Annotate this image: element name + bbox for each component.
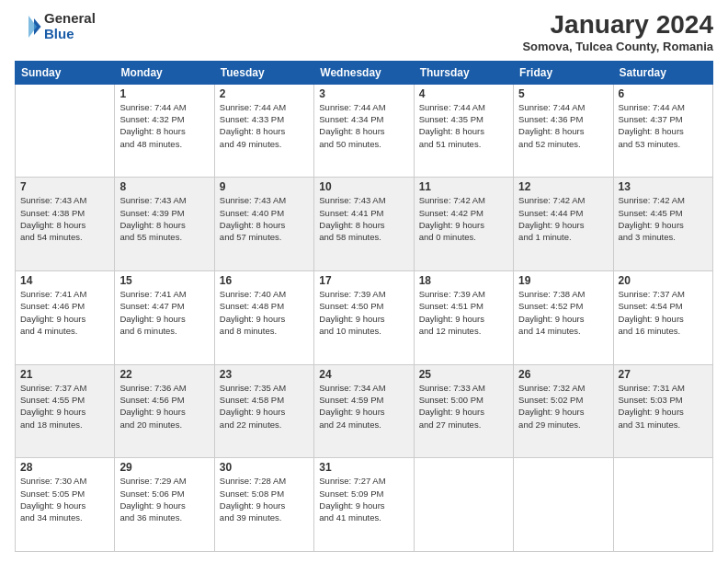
day-info: Sunrise: 7:44 AMSunset: 4:34 PMDaylight:… bbox=[319, 101, 408, 150]
day-cell: 3Sunrise: 7:44 AMSunset: 4:34 PMDaylight… bbox=[314, 84, 414, 178]
day-cell: 5Sunrise: 7:44 AMSunset: 4:36 PMDaylight… bbox=[514, 84, 613, 178]
day-cell: 16Sunrise: 7:40 AMSunset: 4:48 PMDayligh… bbox=[214, 271, 313, 365]
day-cell bbox=[16, 84, 115, 178]
day-cell: 11Sunrise: 7:42 AMSunset: 4:42 PMDayligh… bbox=[414, 178, 513, 271]
logo-icon bbox=[15, 13, 42, 40]
col-sunday: Sunday bbox=[16, 61, 115, 84]
day-number: 11 bbox=[419, 180, 508, 193]
day-number: 6 bbox=[619, 87, 708, 100]
day-info: Sunrise: 7:40 AMSunset: 4:48 PMDaylight:… bbox=[220, 288, 309, 337]
svg-marker-1 bbox=[28, 16, 37, 38]
month-year: January 2024 bbox=[522, 11, 713, 40]
day-info: Sunrise: 7:32 AMSunset: 5:02 PMDaylight:… bbox=[518, 382, 608, 431]
day-cell: 4Sunrise: 7:44 AMSunset: 4:35 PMDaylight… bbox=[414, 84, 513, 178]
week-row-4: 21Sunrise: 7:37 AMSunset: 4:55 PMDayligh… bbox=[16, 364, 713, 458]
day-cell: 13Sunrise: 7:42 AMSunset: 4:45 PMDayligh… bbox=[613, 178, 712, 271]
day-number: 28 bbox=[20, 461, 109, 474]
day-number: 13 bbox=[619, 180, 708, 193]
day-info: Sunrise: 7:35 AMSunset: 4:58 PMDaylight:… bbox=[220, 382, 309, 431]
day-cell: 21Sunrise: 7:37 AMSunset: 4:55 PMDayligh… bbox=[16, 364, 115, 458]
day-number: 19 bbox=[518, 274, 608, 287]
day-cell: 12Sunrise: 7:42 AMSunset: 4:44 PMDayligh… bbox=[514, 178, 613, 271]
day-cell: 22Sunrise: 7:36 AMSunset: 4:56 PMDayligh… bbox=[115, 364, 214, 458]
day-cell bbox=[514, 458, 613, 552]
day-cell: 26Sunrise: 7:32 AMSunset: 5:02 PMDayligh… bbox=[514, 364, 613, 458]
day-number: 8 bbox=[119, 180, 209, 193]
day-number: 1 bbox=[119, 87, 209, 100]
day-cell bbox=[414, 458, 513, 552]
location: Somova, Tulcea County, Romania bbox=[522, 40, 713, 53]
header-right: January 2024 Somova, Tulcea County, Roma… bbox=[522, 11, 713, 53]
day-cell: 25Sunrise: 7:33 AMSunset: 5:00 PMDayligh… bbox=[414, 364, 513, 458]
day-cell: 20Sunrise: 7:37 AMSunset: 4:54 PMDayligh… bbox=[613, 271, 712, 365]
day-info: Sunrise: 7:28 AMSunset: 5:08 PMDaylight:… bbox=[220, 475, 309, 523]
week-row-5: 28Sunrise: 7:30 AMSunset: 5:05 PMDayligh… bbox=[16, 458, 713, 552]
day-info: Sunrise: 7:38 AMSunset: 4:52 PMDaylight:… bbox=[518, 288, 608, 337]
day-cell: 18Sunrise: 7:39 AMSunset: 4:51 PMDayligh… bbox=[414, 271, 513, 365]
day-info: Sunrise: 7:37 AMSunset: 4:55 PMDaylight:… bbox=[20, 382, 109, 431]
day-cell: 7Sunrise: 7:43 AMSunset: 4:38 PMDaylight… bbox=[16, 178, 115, 271]
day-cell: 2Sunrise: 7:44 AMSunset: 4:33 PMDaylight… bbox=[214, 84, 313, 178]
day-info: Sunrise: 7:31 AMSunset: 5:03 PMDaylight:… bbox=[619, 382, 708, 431]
day-info: Sunrise: 7:41 AMSunset: 4:46 PMDaylight:… bbox=[20, 288, 109, 337]
day-info: Sunrise: 7:33 AMSunset: 5:00 PMDaylight:… bbox=[419, 382, 508, 431]
day-number: 17 bbox=[319, 274, 408, 287]
day-info: Sunrise: 7:42 AMSunset: 4:45 PMDaylight:… bbox=[619, 194, 708, 243]
col-wednesday: Wednesday bbox=[314, 61, 414, 84]
page: General Blue January 2024 Somova, Tulcea… bbox=[0, 0, 728, 563]
logo-blue: Blue bbox=[44, 27, 96, 42]
day-cell: 1Sunrise: 7:44 AMSunset: 4:32 PMDaylight… bbox=[115, 84, 214, 178]
day-number: 25 bbox=[419, 368, 508, 381]
day-number: 5 bbox=[518, 87, 608, 100]
day-cell: 31Sunrise: 7:27 AMSunset: 5:09 PMDayligh… bbox=[314, 458, 414, 552]
day-info: Sunrise: 7:36 AMSunset: 4:56 PMDaylight:… bbox=[119, 382, 209, 431]
day-cell: 17Sunrise: 7:39 AMSunset: 4:50 PMDayligh… bbox=[314, 271, 414, 365]
day-info: Sunrise: 7:44 AMSunset: 4:37 PMDaylight:… bbox=[619, 101, 708, 150]
week-row-2: 7Sunrise: 7:43 AMSunset: 4:38 PMDaylight… bbox=[16, 178, 713, 271]
day-cell bbox=[613, 458, 712, 552]
header: General Blue January 2024 Somova, Tulcea… bbox=[15, 11, 713, 53]
day-cell: 9Sunrise: 7:43 AMSunset: 4:40 PMDaylight… bbox=[214, 178, 313, 271]
day-number: 31 bbox=[319, 461, 408, 474]
day-cell: 27Sunrise: 7:31 AMSunset: 5:03 PMDayligh… bbox=[613, 364, 712, 458]
day-number: 12 bbox=[518, 180, 608, 193]
day-cell: 10Sunrise: 7:43 AMSunset: 4:41 PMDayligh… bbox=[314, 178, 414, 271]
col-thursday: Thursday bbox=[414, 61, 513, 84]
col-monday: Monday bbox=[115, 61, 214, 84]
day-info: Sunrise: 7:44 AMSunset: 4:36 PMDaylight:… bbox=[518, 101, 608, 150]
day-cell: 6Sunrise: 7:44 AMSunset: 4:37 PMDaylight… bbox=[613, 84, 712, 178]
day-number: 26 bbox=[518, 368, 608, 381]
week-row-3: 14Sunrise: 7:41 AMSunset: 4:46 PMDayligh… bbox=[16, 271, 713, 365]
day-info: Sunrise: 7:34 AMSunset: 4:59 PMDaylight:… bbox=[319, 382, 408, 431]
day-number: 30 bbox=[220, 461, 309, 474]
week-row-1: 1Sunrise: 7:44 AMSunset: 4:32 PMDaylight… bbox=[16, 84, 713, 178]
calendar: Sunday Monday Tuesday Wednesday Thursday… bbox=[15, 61, 713, 552]
day-info: Sunrise: 7:44 AMSunset: 4:35 PMDaylight:… bbox=[419, 101, 508, 150]
header-row: Sunday Monday Tuesday Wednesday Thursday… bbox=[16, 61, 713, 84]
logo-general: General bbox=[44, 11, 96, 27]
day-cell: 19Sunrise: 7:38 AMSunset: 4:52 PMDayligh… bbox=[514, 271, 613, 365]
calendar-table: Sunday Monday Tuesday Wednesday Thursday… bbox=[15, 61, 713, 552]
day-number: 3 bbox=[319, 87, 408, 100]
day-info: Sunrise: 7:41 AMSunset: 4:47 PMDaylight:… bbox=[119, 288, 209, 337]
day-number: 15 bbox=[119, 274, 209, 287]
col-tuesday: Tuesday bbox=[214, 61, 313, 84]
day-info: Sunrise: 7:39 AMSunset: 4:51 PMDaylight:… bbox=[419, 288, 508, 337]
day-info: Sunrise: 7:37 AMSunset: 4:54 PMDaylight:… bbox=[619, 288, 708, 337]
day-info: Sunrise: 7:43 AMSunset: 4:39 PMDaylight:… bbox=[119, 194, 209, 243]
day-cell: 30Sunrise: 7:28 AMSunset: 5:08 PMDayligh… bbox=[214, 458, 313, 552]
day-number: 16 bbox=[220, 274, 309, 287]
day-cell: 24Sunrise: 7:34 AMSunset: 4:59 PMDayligh… bbox=[314, 364, 414, 458]
day-cell: 29Sunrise: 7:29 AMSunset: 5:06 PMDayligh… bbox=[115, 458, 214, 552]
day-cell: 14Sunrise: 7:41 AMSunset: 4:46 PMDayligh… bbox=[16, 271, 115, 365]
logo: General Blue bbox=[15, 11, 96, 41]
day-number: 14 bbox=[20, 274, 109, 287]
day-info: Sunrise: 7:42 AMSunset: 4:42 PMDaylight:… bbox=[419, 194, 508, 243]
day-info: Sunrise: 7:43 AMSunset: 4:38 PMDaylight:… bbox=[20, 194, 109, 243]
day-info: Sunrise: 7:29 AMSunset: 5:06 PMDaylight:… bbox=[119, 475, 209, 523]
day-info: Sunrise: 7:44 AMSunset: 4:33 PMDaylight:… bbox=[220, 101, 309, 150]
day-number: 24 bbox=[319, 368, 408, 381]
logo-text: General Blue bbox=[44, 11, 96, 41]
day-info: Sunrise: 7:43 AMSunset: 4:40 PMDaylight:… bbox=[220, 194, 309, 243]
day-number: 29 bbox=[119, 461, 209, 474]
